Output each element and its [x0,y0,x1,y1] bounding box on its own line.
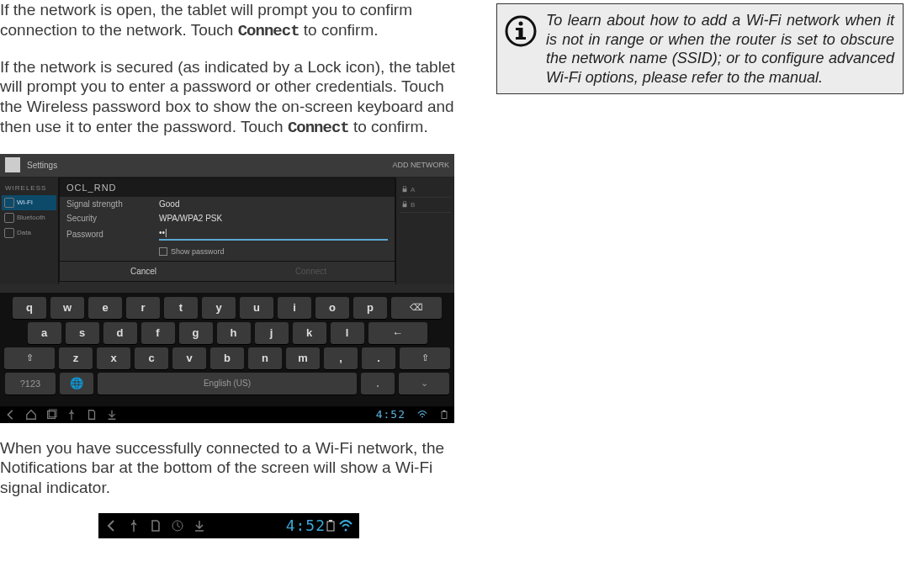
keyboard-key[interactable]: w [50,297,84,319]
download-icon [193,519,206,532]
keyboard-key[interactable]: g [179,322,213,344]
label: Password [66,230,159,239]
keyboard-key[interactable]: m [286,347,320,369]
network-row[interactable]: B [400,198,451,213]
settings-sidebar-left: WIRELESS Wi-Fi Bluetooth Data [0,177,59,284]
keyboard-key[interactable]: z [59,347,93,369]
keyboard-key[interactable]: t [164,297,198,319]
lock-icon [401,186,408,193]
label: Security [66,214,159,223]
sidebar-item-label: Bluetooth [17,214,45,221]
onscreen-keyboard: qwertyuiop⌫ asdfghjkl← ⇧zxcvbnm,.⇧ ?123🌐… [0,293,454,406]
connect-label: Connect [288,119,349,137]
value: WPA/WPA2 PSK [159,214,222,223]
home-nav-icon[interactable] [25,409,37,421]
keyboard-key[interactable]: j [255,322,289,344]
paragraph-open-network: If the network is open, the tablet will … [0,0,458,42]
keyboard-key[interactable]: f [141,322,175,344]
sidebar-item-bluetooth[interactable]: Bluetooth [2,210,56,225]
paragraph-success: When you have successfully connected to … [0,438,458,498]
network-list-panel: A B [395,177,454,284]
tablet-screenshot-wifi-password: Settings ADD NETWORK WIRELESS Wi-Fi Blue… [0,154,454,423]
usb-icon [127,519,140,532]
recent-nav-icon[interactable] [45,409,57,421]
data-icon [4,228,14,238]
cancel-button[interactable]: Cancel [60,262,227,281]
usb-icon [66,409,77,421]
backspace-key[interactable]: ⌫ [391,297,442,319]
network-label: B [411,201,415,209]
keyboard-key[interactable]: x [97,347,130,369]
language-key[interactable]: 🌐 [60,373,93,395]
wifi-signal-icon [339,519,352,532]
lock-icon [401,201,408,208]
back-icon[interactable] [5,157,20,172]
keyboard-key[interactable]: h [217,322,251,344]
label: Signal strength [66,199,159,209]
svg-rect-1 [403,204,407,207]
sidebar-item-data[interactable]: Data [2,225,56,241]
keyboard-key[interactable]: d [103,322,137,344]
keyboard-key[interactable]: v [172,347,206,369]
keyboard-key[interactable]: r [126,297,160,319]
svg-rect-0 [403,188,407,192]
keyboard-key[interactable]: n [248,347,282,369]
wifi-signal-icon [417,410,427,420]
keyboard-key[interactable]: , [324,347,358,369]
clock-icon [171,519,184,532]
text: to confirm. [299,21,379,39]
keyboard-key[interactable]: c [135,347,168,369]
back-nav-icon[interactable] [105,519,119,532]
add-network-button[interactable]: ADD NETWORK [393,161,450,169]
sd-icon [86,409,98,421]
info-icon [504,14,538,48]
settings-title: Settings [27,161,57,170]
download-icon [106,409,118,421]
value: Good [159,199,179,209]
svg-point-11 [519,22,523,26]
wifi-password-dialog: OCL_RND Signal strengthGood SecurityWPA/… [59,177,395,282]
svg-rect-9 [329,520,332,522]
keyboard-key[interactable]: p [353,297,387,319]
enter-key[interactable]: ← [368,322,427,344]
shift-key[interactable]: ⇧ [400,347,450,369]
keyboard-key[interactable]: a [28,322,61,344]
svg-rect-5 [443,410,446,411]
dialog-buttons: Cancel Connect [60,261,395,281]
keyboard-key[interactable]: e [88,297,122,319]
connect-button[interactable]: Connect [227,262,395,281]
hide-keyboard-key[interactable]: ⌄ [399,373,449,395]
callout-text: To learn about how to add a Wi-Fi networ… [546,11,894,87]
keyboard-key[interactable]: l [331,322,364,344]
keyboard-key[interactable]: b [210,347,244,369]
back-nav-icon[interactable] [5,409,17,421]
keyboard-key[interactable]: u [240,297,273,319]
keyboard-key[interactable]: . [361,373,395,395]
svg-rect-4 [442,411,447,418]
keyboard-key[interactable]: q [13,297,46,319]
symbols-key[interactable]: ?123 [5,373,56,395]
svg-rect-13 [516,28,522,30]
keyboard-key[interactable]: o [315,297,349,319]
keyboard-key[interactable]: . [362,347,395,369]
paragraph-secured-network: If the network is secured (as indicated … [0,57,458,139]
checkbox-icon [159,247,167,256]
sd-icon [149,519,162,532]
info-callout: To learn about how to add a Wi-Fi networ… [496,3,904,94]
sidebar-item-wifi[interactable]: Wi-Fi [2,195,56,210]
keyboard-key[interactable]: i [278,297,311,319]
battery-icon [439,410,449,420]
sidebar-header: WIRELESS [2,181,56,195]
password-input[interactable]: ••| [159,228,388,241]
network-row[interactable]: A [400,183,451,198]
show-password-checkbox[interactable]: Show password [60,246,395,261]
dialog-row-security: SecurityWPA/WPA2 PSK [60,211,395,225]
keyboard-key[interactable]: s [66,322,99,344]
shift-key[interactable]: ⇧ [4,347,55,369]
network-label: A [411,186,415,193]
space-key[interactable]: English (US) [98,373,357,395]
keyboard-key[interactable]: y [202,297,236,319]
keyboard-key[interactable]: k [293,322,326,344]
notifications-bar-screenshot: 4:52 [98,513,359,538]
text: to confirm. [349,118,428,135]
